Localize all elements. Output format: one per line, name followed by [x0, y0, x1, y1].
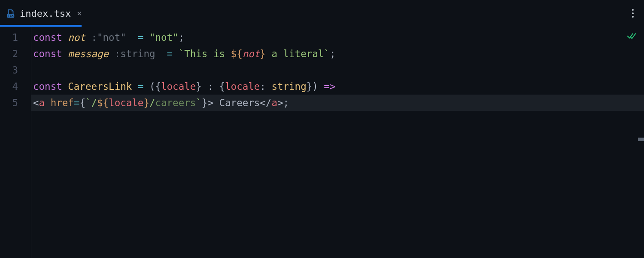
editor-actions	[629, 0, 636, 27]
svg-text:TSX: TSX	[8, 14, 14, 17]
minimap-marker[interactable]	[638, 138, 644, 141]
gutter: 1 2 3 4 5	[0, 27, 31, 258]
kebab-menu-icon[interactable]	[629, 6, 636, 20]
file-tab[interactable]: TSX index.tsx ×	[0, 0, 88, 27]
close-icon[interactable]: ×	[76, 9, 82, 18]
tab-bar: TSX index.tsx ×	[0, 0, 644, 27]
code-line[interactable]: const message :string = `This is ${not} …	[31, 46, 644, 62]
line-number[interactable]: 4	[0, 78, 31, 95]
code-area[interactable]: const not :"not" = "not"; const message …	[31, 27, 644, 258]
code-line[interactable]: const CareersLink = ({locale} : {locale:…	[31, 78, 644, 95]
code-line[interactable]: const not :"not" = "not";	[31, 29, 644, 46]
code-line[interactable]: <a href={`/${locale}/careers`}> Careers<…	[31, 95, 644, 111]
tab-filename: index.tsx	[20, 8, 71, 19]
editor: 1 2 3 4 5 const not :"not" = "not"; cons…	[0, 27, 644, 258]
line-number[interactable]: 3	[0, 62, 31, 78]
code-line[interactable]	[31, 62, 644, 78]
line-number[interactable]: 1	[0, 29, 31, 46]
line-number[interactable]: 5	[0, 95, 31, 111]
line-number[interactable]: 2	[0, 46, 31, 62]
tsx-file-icon: TSX	[6, 9, 15, 18]
